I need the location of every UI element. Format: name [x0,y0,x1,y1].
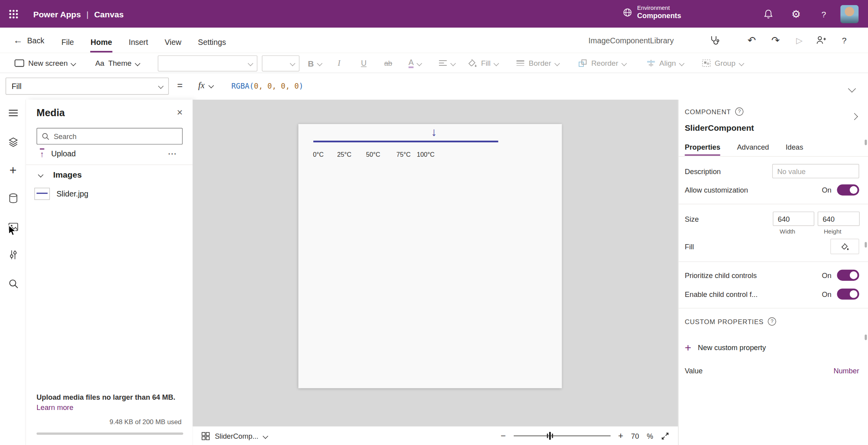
learn-more-link[interactable]: Learn more [37,403,73,412]
environment-switcher[interactable]: Environment Components [623,4,681,20]
plus-icon: + [9,165,17,176]
reorder-icon [579,59,588,67]
help-circle-icon[interactable]: ? [735,108,744,116]
help-circle-icon[interactable]: ? [768,317,776,326]
height-input[interactable] [818,211,860,226]
custom-properties-header: CUSTOM PROPERTIES ? [685,317,859,326]
list-item[interactable]: Slider.jpg [34,186,88,202]
text-align-button[interactable] [439,53,455,73]
formula-function: RGBA [231,82,250,91]
enable-child-row: Enable child control f... On [685,289,859,300]
zoom-slider-handle[interactable] [547,432,553,440]
ellipsis-icon: ⋯ [168,149,177,158]
chevron-down-icon [738,60,744,66]
description-input[interactable] [772,164,859,178]
product-name[interactable]: Power Apps [33,9,81,19]
search-input[interactable] [37,128,183,145]
settings-button[interactable]: ⚙ [786,0,806,28]
font-family-select[interactable] [158,56,257,72]
top-bar: Power Apps | Canvas Environment Componen… [0,0,868,28]
value-type-link[interactable]: Number [833,366,859,375]
tab-properties[interactable]: Properties [685,142,720,156]
help-button[interactable]: ? [814,0,834,28]
share-button[interactable] [811,28,831,52]
close-icon: × [177,107,183,118]
media-button[interactable] [0,222,26,233]
screen-name: SliderComp... [215,432,259,440]
component-artboard[interactable]: ↓ 0°C 25°C 50°C 75°C 100°C [298,124,562,388]
search-button[interactable] [0,278,26,289]
zoom-slider[interactable] [513,435,610,436]
collapse-panel-button[interactable] [852,111,857,121]
screen-selector[interactable]: SliderComp... [202,432,267,440]
prioritize-child-controls-toggle[interactable] [837,270,859,281]
canvas-area: ↓ 0°C 25°C 50°C 75°C 100°C SliderComp... [192,100,678,445]
menu-item-settings[interactable]: Settings [190,28,234,52]
preview-button[interactable]: ▷ [789,28,809,52]
upload-button[interactable]: ↑ Upload [40,148,76,158]
expand-formula-button[interactable] [849,83,855,93]
border-button[interactable]: Border [516,53,559,73]
font-size-select[interactable] [262,56,300,72]
reorder-button[interactable]: Reorder [579,53,626,73]
title-divider: | [87,9,89,19]
font-color-button[interactable]: A [409,53,422,73]
images-section-header[interactable]: Images [39,170,81,180]
menu-item-file[interactable]: File [53,28,82,52]
menu-item-home[interactable]: Home [82,28,120,52]
value-property-row[interactable]: Value Number [685,364,859,376]
storage-usage: 9.48 KB of 200 MB used [109,418,181,426]
formula-input[interactable]: RGBA(0, 0, 0, 0) [231,82,304,91]
data-button[interactable] [0,193,26,204]
strikethrough-button[interactable]: ab [384,53,392,73]
chevron-down-icon [317,60,322,66]
slider-handle-arrow-icon[interactable]: ↓ [431,126,437,137]
width-input[interactable] [773,211,814,226]
app-launcher-button[interactable] [3,4,23,24]
notifications-button[interactable] [759,0,779,28]
advanced-tools-button[interactable] [0,249,26,260]
new-custom-property-button[interactable]: + New custom property [685,341,859,353]
group-button[interactable]: Group [702,53,743,73]
tree-view-button[interactable] [0,136,26,147]
avatar[interactable] [840,5,859,23]
fullscreen-icon[interactable] [661,432,669,440]
theme-icon: Aa [95,59,104,67]
tab-ideas[interactable]: Ideas [786,142,803,156]
tab-advanced[interactable]: Advanced [737,142,769,156]
enable-child-control-toggle[interactable] [837,289,859,300]
hamburger-menu-button[interactable] [0,108,26,119]
width-label: Width [767,228,808,235]
close-panel-button[interactable]: × [177,107,183,119]
redo-button[interactable]: ↷ [766,28,786,52]
property-select[interactable]: Fill [6,78,169,95]
theme-button[interactable]: Aa Theme [95,53,139,73]
zoom-out-button[interactable]: − [501,431,506,441]
fill-color-button[interactable] [830,239,859,254]
back-button[interactable]: ← Back [13,28,44,52]
new-screen-button[interactable]: New screen [15,53,76,73]
insert-button[interactable]: + [0,165,26,176]
underline-button[interactable]: U [361,53,366,73]
menu-item-insert[interactable]: Insert [120,28,156,52]
chevron-down-icon [450,60,456,66]
divider [26,165,192,165]
align-button[interactable]: Align [647,53,684,73]
menu-bar: ← Back File Home Insert View Settings Im… [0,28,868,52]
slider-track[interactable] [313,141,498,142]
allow-customization-toggle[interactable] [837,184,859,195]
more-options-button[interactable]: ⋯ [168,148,177,159]
undo-button[interactable]: ↶ [742,28,762,52]
fx-selector[interactable]: fx [198,80,213,90]
help-menu-button[interactable]: ? [834,28,854,52]
menu-item-view[interactable]: View [156,28,190,52]
italic-button[interactable]: I [338,53,341,73]
chevron-right-icon [851,113,858,120]
zoom-in-button[interactable]: + [618,431,623,441]
app-checker-button[interactable] [704,28,724,52]
divider [679,204,868,204]
environment-name: Components [637,12,681,21]
sliders-icon [9,250,18,260]
bold-button[interactable]: B [308,53,322,73]
fill-button[interactable]: Fill [468,53,498,73]
